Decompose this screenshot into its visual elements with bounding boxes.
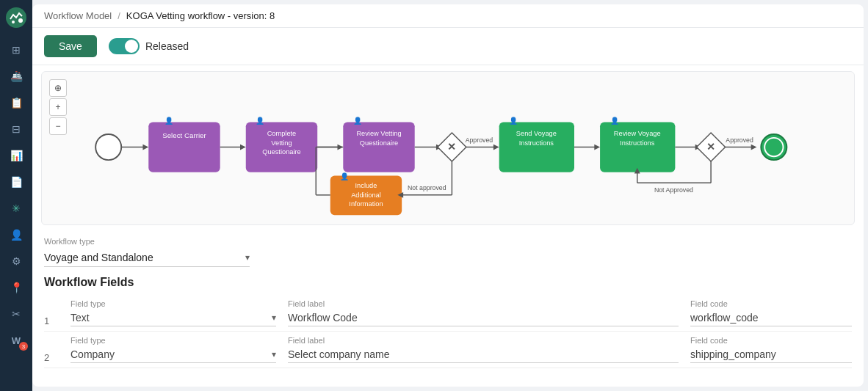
- field-label-input[interactable]: [288, 310, 679, 326]
- released-label: Released: [145, 40, 189, 52]
- workflow-type-select[interactable]: Voyage and Standalone ▾: [44, 249, 250, 267]
- sidebar: ⊞ 🚢 📋 ⊟ 📊 📄 ✳ 👤 ⚙ 📍 ✂ W 3: [0, 0, 32, 391]
- svg-text:👤: 👤: [353, 116, 363, 125]
- released-toggle[interactable]: [109, 38, 140, 54]
- sidebar-item-tools[interactable]: ✳: [3, 197, 29, 220]
- logo[interactable]: [4, 6, 28, 29]
- svg-text:Questionaire: Questionaire: [262, 148, 300, 156]
- svg-text:Review Voyage: Review Voyage: [614, 130, 661, 137]
- sidebar-item-location[interactable]: 📍: [3, 276, 29, 299]
- svg-text:Include: Include: [355, 182, 377, 189]
- svg-marker-46: [594, 145, 600, 150]
- workflow-diagram: ⊕ + − Select Carrier 👤 Complete Vetting …: [41, 71, 855, 225]
- svg-text:Send Voyage: Send Voyage: [516, 130, 557, 137]
- svg-marker-56: [751, 145, 757, 150]
- svg-point-1: [18, 18, 23, 23]
- svg-marker-32: [493, 145, 499, 150]
- svg-text:Additional: Additional: [351, 191, 381, 199]
- sidebar-item-dashboard[interactable]: ⊞: [3, 38, 29, 62]
- sidebar-item-vessels[interactable]: 🚢: [3, 65, 29, 88]
- svg-point-2: [12, 21, 15, 23]
- header: Workflow Model / KOGA Vetting workflow -…: [32, 4, 864, 28]
- breadcrumb-parent[interactable]: Workflow Model: [44, 10, 112, 21]
- svg-rect-6: [148, 122, 220, 172]
- field-label-input[interactable]: [288, 346, 679, 363]
- svg-text:Review Vetting: Review Vetting: [356, 130, 401, 137]
- field-row: 2 Field type Company ▾ Field label Field…: [44, 332, 852, 368]
- svg-marker-5: [142, 145, 148, 150]
- field-code-input[interactable]: [690, 346, 852, 363]
- field-type-col: Field type Text ▾: [70, 299, 276, 326]
- field-type-value: Text: [70, 312, 272, 324]
- field-type-value: Company: [70, 348, 272, 360]
- toggle-knob: [125, 40, 138, 53]
- field-type-col: Field type Company ▾: [70, 336, 276, 363]
- form-area: Workflow type Voyage and Standalone ▾ Wo…: [32, 231, 864, 387]
- sidebar-item-files[interactable]: 📄: [3, 170, 29, 194]
- sidebar-item-settings[interactable]: ⚙: [3, 249, 29, 273]
- sidebar-item-integrations[interactable]: ✂: [3, 302, 29, 326]
- svg-point-3: [95, 134, 121, 160]
- sidebar-item-org[interactable]: ⊟: [3, 117, 29, 141]
- field-type-arrow-icon: ▾: [272, 349, 276, 359]
- field-row-number: 1: [44, 315, 59, 326]
- field-type-select[interactable]: Company ▾: [70, 346, 276, 363]
- notification-badge: 3: [19, 342, 28, 351]
- locate-button[interactable]: ⊕: [49, 79, 67, 97]
- breadcrumb-separator: /: [117, 10, 120, 21]
- field-type-arrow-icon: ▾: [272, 313, 276, 323]
- field-label-label: Field label: [288, 336, 679, 345]
- field-label-col: Field label: [288, 336, 679, 363]
- workflow-type-value: Voyage and Standalone: [44, 252, 245, 263]
- field-type-label: Field type: [70, 299, 276, 308]
- workflow-type-label: Workflow type: [44, 237, 852, 246]
- diagram-controls: ⊕ + −: [49, 79, 67, 135]
- field-row: 1 Field type Text ▾ Field label Field co…: [44, 295, 852, 332]
- svg-text:Instructions: Instructions: [519, 139, 554, 147]
- breadcrumb-current: KOGA Vetting workflow - version: 8: [126, 10, 275, 21]
- svg-text:Approved: Approved: [726, 136, 753, 144]
- released-toggle-container: Released: [109, 38, 189, 54]
- svg-text:👤: 👤: [256, 116, 265, 125]
- svg-text:👤: 👤: [509, 116, 518, 125]
- sidebar-item-users[interactable]: 👤: [3, 223, 29, 246]
- main-panel: Workflow Model / KOGA Vetting workflow -…: [32, 4, 864, 387]
- workflow-type-arrow-icon: ▾: [245, 252, 250, 263]
- svg-text:✕: ✕: [706, 142, 715, 153]
- workflow-fields-title: Workflow Fields: [44, 276, 852, 289]
- svg-text:Instructions: Instructions: [620, 139, 655, 147]
- svg-point-64: [764, 138, 783, 156]
- svg-text:✕: ✕: [447, 142, 456, 153]
- field-code-label: Field code: [690, 336, 852, 345]
- svg-text:Approved: Approved: [466, 136, 493, 144]
- svg-text:Questionaire: Questionaire: [360, 139, 398, 147]
- workflow-type-section: Workflow type Voyage and Standalone ▾: [44, 237, 852, 267]
- svg-text:Information: Information: [349, 200, 383, 208]
- save-button[interactable]: Save: [44, 35, 97, 57]
- field-type-label: Field type: [70, 336, 276, 345]
- svg-text:Vetting: Vetting: [271, 139, 292, 147]
- svg-text:👤: 👤: [610, 116, 620, 125]
- zoom-in-button[interactable]: +: [49, 98, 67, 116]
- field-code-col: Field code: [690, 299, 852, 326]
- field-label-label: Field label: [288, 299, 679, 308]
- field-code-col: Field code: [690, 336, 852, 363]
- field-type-select[interactable]: Text ▾: [70, 310, 276, 326]
- bpmn-diagram: Select Carrier 👤 Complete Vetting Questi…: [79, 79, 847, 219]
- field-code-input[interactable]: [690, 310, 852, 326]
- svg-text:Select Carrier: Select Carrier: [162, 131, 206, 139]
- sidebar-item-workflow[interactable]: W 3: [3, 329, 29, 352]
- svg-text:Not Approved: Not Approved: [654, 186, 693, 194]
- field-row-number: 2: [44, 352, 59, 363]
- sidebar-item-analytics[interactable]: 📊: [3, 144, 29, 167]
- svg-text:👤: 👤: [164, 116, 174, 125]
- svg-marker-10: [240, 145, 246, 150]
- sidebar-item-docs[interactable]: 📋: [3, 91, 29, 114]
- svg-text:Complete: Complete: [267, 130, 297, 137]
- svg-text:👤: 👤: [340, 172, 350, 181]
- field-label-col: Field label: [288, 299, 679, 326]
- field-code-label: Field code: [690, 299, 852, 308]
- svg-text:Not approved: Not approved: [408, 184, 446, 191]
- toolbar: Save Released: [32, 28, 864, 65]
- zoom-out-button[interactable]: −: [49, 117, 67, 135]
